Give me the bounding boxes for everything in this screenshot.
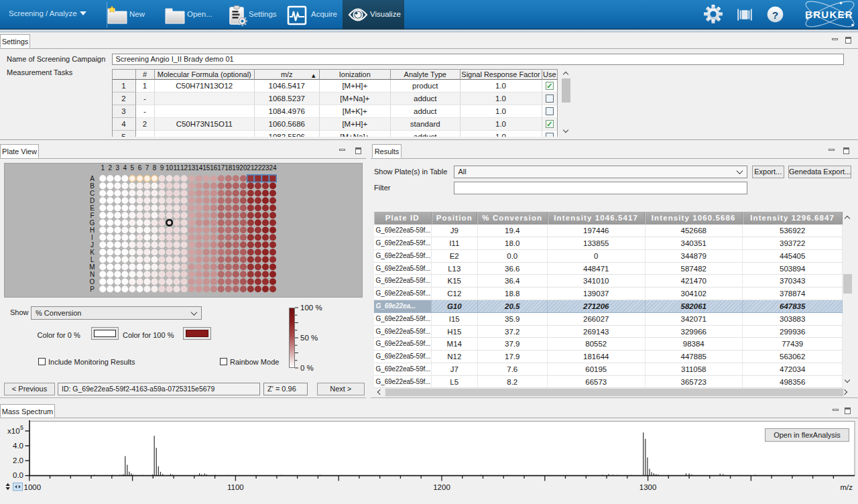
svg-text:15: 15: [202, 164, 210, 172]
svg-text:2.0: 2.0: [13, 456, 23, 464]
svg-text:100 %: 100 %: [300, 304, 322, 312]
svg-text:11: 11: [173, 164, 180, 172]
svg-text:21: 21: [247, 164, 255, 172]
svg-text:20: 20: [239, 164, 247, 172]
svg-text:M: M: [89, 263, 95, 271]
svg-text:1000: 1000: [24, 483, 42, 491]
svg-text:H: H: [90, 227, 95, 234]
svg-text:2: 2: [109, 164, 113, 172]
svg-text:19: 19: [232, 164, 240, 172]
svg-text:1: 1: [101, 164, 105, 172]
svg-text:K: K: [90, 249, 95, 256]
svg-text:9: 9: [160, 164, 164, 172]
svg-text:18: 18: [225, 164, 233, 172]
svg-text:6: 6: [138, 164, 142, 172]
svg-text:8: 8: [153, 164, 157, 172]
svg-text:1200: 1200: [433, 483, 450, 491]
svg-text:4: 4: [123, 164, 127, 172]
svg-text:F: F: [90, 212, 94, 219]
svg-text:16: 16: [210, 164, 218, 172]
svg-text:L: L: [90, 256, 95, 263]
svg-text:m/z: m/z: [840, 483, 853, 491]
svg-text:C: C: [90, 190, 95, 197]
svg-text:x10: x10: [7, 427, 20, 435]
svg-text:P: P: [90, 286, 95, 293]
svg-text:4.0: 4.0: [13, 442, 23, 450]
svg-text:7: 7: [145, 164, 149, 172]
svg-text:5: 5: [131, 164, 135, 172]
svg-text:12: 12: [180, 164, 188, 172]
svg-text:B: B: [90, 182, 95, 190]
svg-text:D: D: [90, 197, 95, 204]
svg-text:1100: 1100: [227, 483, 244, 491]
svg-text:24: 24: [269, 164, 277, 172]
svg-text:14: 14: [195, 164, 203, 172]
svg-text:17: 17: [217, 164, 225, 172]
svg-text:5: 5: [20, 424, 23, 431]
svg-text:13: 13: [188, 164, 196, 172]
svg-text:?: ?: [772, 9, 778, 21]
svg-text:10: 10: [166, 164, 174, 172]
svg-text:J: J: [90, 241, 94, 249]
svg-text:0 %: 0 %: [300, 364, 314, 372]
svg-text:50 %: 50 %: [300, 334, 318, 342]
svg-text:1300: 1300: [639, 483, 657, 491]
svg-text:N: N: [90, 271, 95, 278]
svg-text:E: E: [90, 204, 95, 212]
svg-text:G: G: [90, 219, 95, 227]
svg-text:0.0: 0.0: [13, 471, 23, 479]
svg-text:22: 22: [254, 164, 262, 172]
svg-text:A: A: [90, 175, 95, 182]
svg-text:O: O: [90, 278, 95, 286]
svg-text:I: I: [91, 234, 93, 241]
svg-text:3: 3: [116, 164, 120, 172]
svg-text:23: 23: [261, 164, 269, 172]
svg-text:BRUKER: BRUKER: [805, 9, 853, 20]
